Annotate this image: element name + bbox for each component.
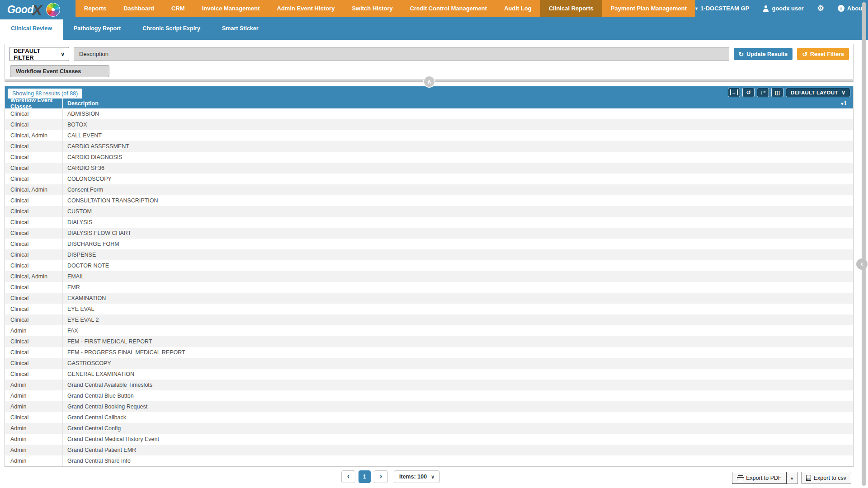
sort-order-number: 1 — [844, 100, 847, 107]
fit-columns-button[interactable]: ↔ — [728, 88, 740, 97]
nav-item-audit-log[interactable]: Audit Log — [495, 0, 540, 17]
table-row[interactable]: ClinicalEMR — [5, 282, 853, 293]
cell-description: CALL EVENT — [63, 130, 853, 141]
table-row[interactable]: ClinicalCOLONOSCOPY — [5, 174, 853, 184]
nav-item-admin-event-history[interactable]: Admin Event History — [269, 0, 344, 17]
table-row[interactable]: AdminGrand Central Share Info — [5, 455, 853, 466]
table-row[interactable]: ClinicalDISPENSE — [5, 249, 853, 260]
description-input[interactable] — [74, 47, 729, 61]
table-row[interactable]: Clinical, AdminConsent Form — [5, 184, 853, 195]
tab-clinical-review[interactable]: Clinical Review — [0, 17, 63, 40]
cell-description: FEM - PROGRESS FINAL MEDICAL REPORT — [63, 347, 853, 358]
table-row[interactable]: ClinicalCARDIO ASSESSMENT — [5, 141, 853, 152]
collapse-filters-handle[interactable]: ∧ — [423, 75, 435, 88]
next-page-button[interactable]: › — [374, 470, 388, 483]
nav-item-dashboard[interactable]: Dashboard — [115, 0, 163, 17]
sort-button[interactable]: ↓≡ — [757, 88, 769, 97]
table-row[interactable]: ClinicalFEM - PROGRESS FINAL MEDICAL REP… — [5, 347, 853, 358]
table-row[interactable]: ClinicalEYE EVAL 2 — [5, 314, 853, 325]
table-row[interactable]: AdminGrand Central Patient EMR — [5, 445, 853, 455]
table-row[interactable]: ClinicalCARDIO SF36 — [5, 163, 853, 174]
table-row[interactable]: AdminGrand Central Medical History Event — [5, 434, 853, 445]
table-row[interactable]: ClinicalADMISSION — [5, 108, 853, 119]
current-page-button[interactable]: 1 — [359, 470, 371, 483]
update-results-button[interactable]: ↻ Update Results — [734, 48, 793, 60]
cell-description: Grand Central Booking Request — [63, 401, 853, 412]
cell-workflow-event-classes: Clinical — [5, 108, 63, 119]
nav-item-reports[interactable]: Reports — [75, 0, 115, 17]
cell-description: CUSTOM — [63, 206, 853, 217]
tab-pathology-report[interactable]: Pathology Report — [63, 17, 132, 40]
sort-icon: ↓≡ — [760, 89, 765, 96]
nav-item-clinical-reports[interactable]: Clinical Reports — [540, 0, 602, 17]
table-row[interactable]: Clinical, AdminCALL EVENT — [5, 130, 853, 141]
table-row[interactable]: ClinicalGrand Central Callback — [5, 412, 853, 423]
nav-item-crm[interactable]: CRM — [163, 0, 193, 17]
export-to-pdf-button[interactable]: Export to PDF — [732, 472, 787, 484]
table-row[interactable]: ClinicalEXAMINATION — [5, 293, 853, 304]
reset-filters-button[interactable]: ↺ Reset Filters — [797, 48, 849, 60]
table-row[interactable]: ClinicalGASTROSCOPY — [5, 358, 853, 369]
main-nav-items: ReportsDashboardCRMInvoice ManagementAdm… — [75, 0, 695, 17]
nav-item-payment-plan-management[interactable]: Payment Plan Management — [602, 0, 695, 17]
filter-select-value: DEFAULT FILTER — [14, 47, 61, 61]
table-row[interactable]: ClinicalGENERAL EXAMINATION — [5, 369, 853, 380]
table-row[interactable]: ClinicalCARDIO DIAGNOSIS — [5, 152, 853, 163]
table-row[interactable]: ClinicalCUSTOM — [5, 206, 853, 217]
column-header-workflow-event-classes[interactable]: Workflow Event Classes — [5, 99, 63, 108]
layout-select-value: DEFAULT LAYOUT — [791, 90, 838, 95]
vertical-scrollbar[interactable] — [862, 2, 866, 486]
about-button[interactable]: i About — [838, 5, 864, 12]
cell-workflow-event-classes: Clinical — [5, 206, 63, 217]
workflow-event-classes-filter-button[interactable]: Workflow Event Classes — [10, 65, 109, 77]
filter-select[interactable]: DEFAULT FILTER ∨ — [9, 47, 69, 61]
column-header-description[interactable]: Description — [63, 100, 853, 107]
table-header-toolbar: Showing 88 results (of 88) ↔ ↺ ↓≡ ◫ DEFA… — [5, 86, 853, 99]
cell-description: Grand Central Blue Button — [63, 390, 853, 401]
table-row[interactable]: AdminGrand Central Config — [5, 423, 853, 434]
cell-workflow-event-classes: Clinical — [5, 163, 63, 174]
reset-layout-button[interactable]: ↺ — [742, 88, 755, 97]
items-per-page-value: Items: 100 — [399, 474, 427, 480]
tab-smart-sticker[interactable]: Smart Sticker — [211, 17, 269, 40]
items-per-page-select[interactable]: Items: 100 ∨ — [394, 470, 440, 483]
logo-text-good: Good — [7, 4, 33, 16]
table-row[interactable]: AdminGrand Central Blue Button — [5, 390, 853, 401]
settings-button[interactable]: ⚙ — [817, 5, 824, 12]
table-row[interactable]: AdminGrand Central Booking Request — [5, 401, 853, 412]
practice-name: 1-DOCSTEAM GP — [700, 5, 749, 12]
cell-workflow-event-classes: Admin — [5, 401, 63, 412]
table-row[interactable]: ClinicalEYE EVAL — [5, 304, 853, 314]
table-row[interactable]: ClinicalDISCHARGE FORM — [5, 239, 853, 249]
user-menu[interactable]: goodx user — [763, 5, 803, 12]
export-pdf-options-button[interactable]: ▲ — [787, 472, 798, 484]
table-row[interactable]: Clinical, AdminEMAIL — [5, 271, 853, 282]
table-row[interactable]: ClinicalBOTOX — [5, 119, 853, 130]
layout-select[interactable]: DEFAULT LAYOUT ∨ — [786, 88, 850, 97]
table-row[interactable]: ClinicalFEM - FIRST MEDICAL REPORT — [5, 336, 853, 347]
nav-item-invoice-management[interactable]: Invoice Management — [193, 0, 269, 17]
cell-description: FEM - FIRST MEDICAL REPORT — [63, 336, 853, 347]
table-row[interactable]: AdminGrand Central Available Timeslots — [5, 380, 853, 390]
sort-order-indicator[interactable]: ▾ 1 — [841, 99, 847, 108]
nav-item-credit-control-management[interactable]: Credit Control Management — [401, 0, 495, 17]
printer-icon — [737, 475, 743, 481]
goodx-logo[interactable]: Good X — [0, 0, 75, 19]
table-row[interactable]: ClinicalCONSULTATION TRANSCRIPTION — [5, 195, 853, 206]
chevron-left-icon: ‹ — [861, 260, 863, 268]
tab-chronic-script-expiry[interactable]: Chronic Script Expiry — [132, 17, 211, 40]
undo-icon: ↺ — [802, 51, 807, 58]
table-row[interactable]: ClinicalDOCTOR NOTE — [5, 260, 853, 271]
practice-selector[interactable]: ▾ 1-DOCSTEAM GP — [695, 5, 749, 12]
cell-description: CARDIO DIAGNOSIS — [63, 152, 853, 163]
table-row[interactable]: AdminFAX — [5, 325, 853, 336]
export-csv-label: Export to csv — [814, 475, 846, 481]
table-row[interactable]: ClinicalDIALYSIS FLOW CHART — [5, 228, 853, 239]
columns-button[interactable]: ◫ — [771, 88, 783, 97]
table-row[interactable]: ClinicalDIALYSIS — [5, 217, 853, 228]
cell-description: EMAIL — [63, 271, 853, 282]
side-panel-toggle[interactable]: ‹ — [856, 258, 868, 270]
previous-page-button[interactable]: ‹ — [341, 470, 355, 483]
export-to-csv-button[interactable]: Export to csv — [801, 472, 851, 484]
nav-item-switch-history[interactable]: Switch History — [343, 0, 401, 17]
